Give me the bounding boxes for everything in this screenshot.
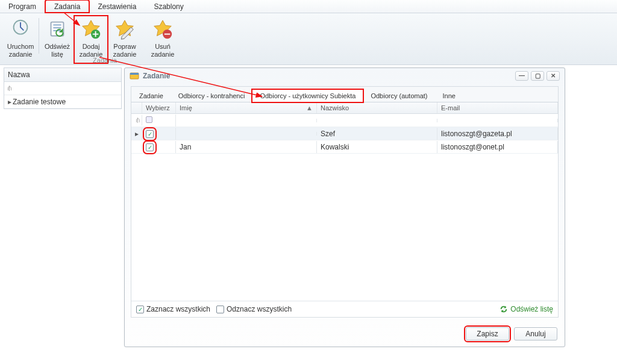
tab-odbiorcy-uzytkownicy-subiekta[interactable]: Odbiorcy - użytkownicy Subiekta: [252, 89, 363, 102]
grid-footer-bar: ✓ Zaznacz wszystkich Odznacz wszystkich …: [131, 301, 558, 317]
grid-row[interactable]: ▸ ✓ Szef listonoszgt@gazeta.pl: [131, 127, 558, 140]
sort-asc-icon: ▲: [306, 104, 313, 111]
task-list-filter-row[interactable]: ⫛: [4, 82, 121, 95]
row-checkbox[interactable]: ✓: [146, 130, 154, 138]
filter-imie-input[interactable]: [176, 119, 317, 122]
grid-col-selector[interactable]: [131, 102, 142, 113]
ribbon-btn-label: Popraw: [113, 43, 136, 51]
grid-row[interactable]: ✓ Jan Kowalski listonoszgt@onet.pl: [131, 140, 558, 154]
row-selector-icon: ▸: [7, 98, 13, 106]
checkbox-icon: [216, 306, 224, 313]
ribbon-btn-label: zadanie: [9, 51, 33, 58]
dialog-tabs: Zadanie Odbiorcy - kontrahenci Odbiorcy …: [131, 87, 558, 102]
refresh-list-link[interactable]: Odśwież listę: [500, 305, 553, 313]
tab-zadanie[interactable]: Zadanie: [131, 89, 171, 102]
menu-program[interactable]: Program: [0, 1, 45, 13]
row-imie: [176, 132, 317, 136]
filter-icon: ⫛: [7, 85, 13, 92]
filter-checkbox[interactable]: [146, 116, 152, 123]
ribbon-group-label: Zadania: [37, 57, 172, 64]
refresh-list-label: Odśwież listę: [510, 305, 553, 313]
deselect-all-checkbox[interactable]: Odznacz wszystkich: [216, 305, 292, 313]
task-list: Nazwa ⫛ ▸ Zadanie testowe: [4, 67, 122, 109]
filter-email-input[interactable]: [437, 119, 558, 122]
grid-col-imie[interactable]: Imię ▲: [176, 102, 317, 113]
task-dialog: Zadanie — ▢ ✕ Zadanie Odbiorcy - kontrah…: [124, 67, 565, 347]
svg-rect-1: [51, 22, 64, 36]
row-email: listonoszgt@onet.pl: [437, 141, 558, 153]
row-nazwisko: Kowalski: [317, 141, 437, 153]
ribbon-run-task-button[interactable]: Uruchom zadanie: [4, 16, 37, 63]
refresh-arrows-icon: [500, 305, 508, 313]
grid-filter-row[interactable]: ⫛: [131, 114, 558, 127]
maximize-button[interactable]: ▢: [531, 71, 544, 81]
grid-col-nazwisko[interactable]: Nazwisko: [317, 102, 437, 113]
menubar: Program Zadania Zestawienia Szablony: [0, 0, 617, 13]
menu-zadania[interactable]: Zadania: [45, 0, 89, 13]
close-button[interactable]: ✕: [547, 71, 560, 81]
ribbon-btn-label: Odśwież: [45, 43, 70, 51]
delete-task-icon: [151, 18, 174, 41]
filter-nazwisko-input[interactable]: [317, 119, 437, 122]
run-icon: [9, 18, 32, 41]
add-task-icon: [80, 18, 102, 41]
select-all-label: Zaznacz wszystkich: [146, 305, 210, 313]
ribbon: Uruchom zadanie Odśwież listę Dodaj zada…: [0, 13, 617, 65]
minimize-button[interactable]: —: [515, 71, 528, 81]
tab-odbiorcy-automat[interactable]: Odbiorcy (automat): [363, 89, 435, 102]
save-button[interactable]: Zapisz: [466, 327, 509, 340]
ribbon-btn-label: Dodaj: [83, 43, 100, 51]
row-selector-icon: ▸: [131, 128, 142, 140]
dialog-title: Zadanie: [143, 72, 170, 80]
grid-col-wybierz[interactable]: Wybierz: [142, 102, 176, 113]
refresh-icon: [46, 18, 69, 41]
deselect-all-label: Odznacz wszystkich: [227, 305, 292, 313]
menu-szablony[interactable]: Szablony: [145, 1, 192, 13]
dialog-titlebar: Zadanie — ▢ ✕: [125, 68, 565, 84]
tab-odbiorcy-kontrahenci[interactable]: Odbiorcy - kontrahenci: [171, 89, 253, 102]
dialog-icon: [130, 71, 139, 81]
filter-checkbox-cell[interactable]: [142, 115, 176, 127]
task-list-row[interactable]: ▸ Zadanie testowe: [4, 95, 121, 108]
tab-inne[interactable]: Inne: [435, 89, 463, 102]
grid-col-imie-label: Imię: [180, 104, 192, 111]
svg-rect-8: [130, 73, 139, 75]
ribbon-separator: [39, 18, 39, 54]
task-list-header[interactable]: Nazwa: [4, 68, 121, 82]
edit-task-icon: [113, 18, 136, 41]
grid-col-email[interactable]: E-mail: [437, 102, 558, 113]
menu-zestawienia[interactable]: Zestawienia: [89, 1, 145, 13]
select-all-checkbox[interactable]: ✓ Zaznacz wszystkich: [136, 305, 210, 313]
row-checkbox[interactable]: ✓: [146, 143, 154, 151]
row-email: listonoszgt@gazeta.pl: [437, 128, 558, 140]
cancel-button[interactable]: Anuluj: [514, 327, 557, 340]
checkbox-icon: ✓: [136, 306, 144, 313]
filter-icon: ⫛: [131, 115, 142, 125]
task-list-row-label: Zadanie testowe: [13, 98, 66, 106]
dialog-body: Zadanie Odbiorcy - kontrahenci Odbiorcy …: [131, 86, 559, 318]
ribbon-btn-label: Uruchom: [7, 43, 34, 51]
recipients-grid: Wybierz Imię ▲ Nazwisko E-mail ⫛ ▸ ✓: [131, 102, 558, 301]
row-imie: Jan: [176, 141, 317, 153]
dialog-button-bar: Zapisz Anuluj: [125, 322, 565, 347]
grid-header: Wybierz Imię ▲ Nazwisko E-mail: [131, 102, 558, 114]
row-nazwisko: Szef: [317, 128, 437, 140]
